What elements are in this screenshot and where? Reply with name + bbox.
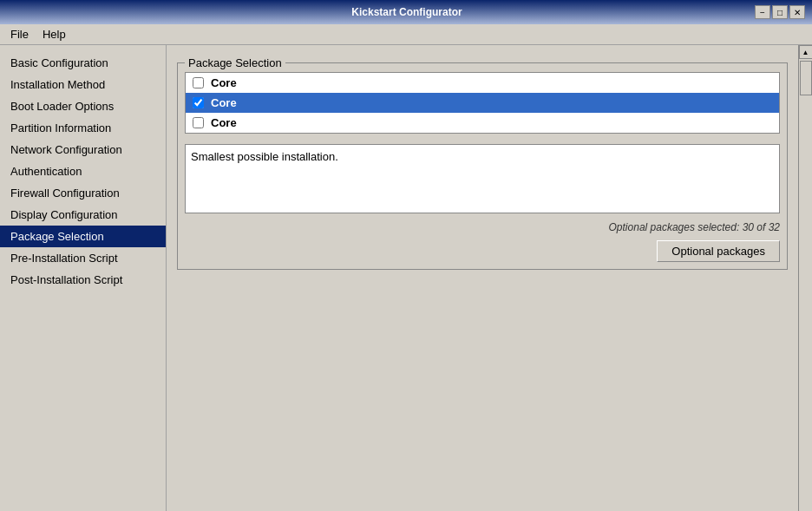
package-selection-panel: Package Selection Core Core Core Smalles… bbox=[177, 62, 788, 270]
package-checkbox-2[interactable] bbox=[193, 97, 204, 108]
menu-file[interactable]: File bbox=[3, 26, 36, 43]
sidebar-item-installation-method[interactable]: Installation Method bbox=[0, 74, 166, 95]
main-area: Basic Configuration Installation Method … bbox=[0, 45, 812, 511]
scroll-up-button[interactable]: ▲ bbox=[799, 45, 813, 59]
sidebar-item-basic-configuration[interactable]: Basic Configuration bbox=[0, 52, 166, 74]
sidebar-item-boot-loader-options[interactable]: Boot Loader Options bbox=[0, 95, 166, 117]
sidebar-item-package-selection[interactable]: Package Selection bbox=[0, 226, 166, 247]
optional-packages-button[interactable]: Optional packages bbox=[657, 240, 780, 262]
sidebar-item-display-configuration[interactable]: Display Configuration bbox=[0, 204, 166, 226]
maximize-button[interactable]: □ bbox=[772, 5, 788, 19]
close-button[interactable]: ✕ bbox=[789, 5, 805, 19]
menu-help[interactable]: Help bbox=[36, 26, 73, 43]
sidebar-item-post-installation-script[interactable]: Post-Installation Script bbox=[0, 269, 166, 291]
package-checkbox-3[interactable] bbox=[193, 117, 204, 128]
panel-title: Package Selection bbox=[185, 56, 285, 69]
package-list: Core Core Core bbox=[185, 72, 780, 134]
package-checkbox-1[interactable] bbox=[193, 77, 204, 88]
minimize-button[interactable]: − bbox=[755, 5, 770, 19]
sidebar-item-pre-installation-script[interactable]: Pre-Installation Script bbox=[0, 247, 166, 269]
description-box[interactable]: Smallest possible installation. bbox=[185, 144, 780, 213]
package-row-1[interactable]: Core bbox=[186, 73, 779, 93]
package-row-2[interactable]: Core bbox=[186, 93, 779, 113]
sidebar-item-partition-information[interactable]: Partition Information bbox=[0, 117, 166, 139]
scroll-thumb[interactable] bbox=[800, 61, 812, 95]
sidebar-item-firewall-configuration[interactable]: Firewall Configuration bbox=[0, 182, 166, 204]
sidebar: Basic Configuration Installation Method … bbox=[0, 45, 167, 511]
button-row: Optional packages bbox=[185, 240, 780, 262]
window-controls: − □ ✕ bbox=[755, 5, 805, 19]
menu-bar: File Help bbox=[0, 24, 812, 45]
sidebar-item-authentication[interactable]: Authentication bbox=[0, 161, 166, 182]
optional-packages-info: Optional packages selected: 30 of 32 bbox=[185, 221, 780, 233]
content-area: Package Selection Core Core Core Smalles… bbox=[167, 45, 798, 511]
title-bar: Kickstart Configurator − □ ✕ bbox=[0, 0, 812, 24]
package-label-3: Core bbox=[211, 116, 237, 129]
sidebar-item-network-configuration[interactable]: Network Configuration bbox=[0, 139, 166, 161]
scrollbar: ▲ bbox=[798, 45, 812, 511]
package-row-3[interactable]: Core bbox=[186, 113, 779, 133]
window-title: Kickstart Configurator bbox=[59, 6, 755, 18]
package-label-2: Core bbox=[211, 96, 237, 109]
package-label-1: Core bbox=[211, 76, 237, 89]
